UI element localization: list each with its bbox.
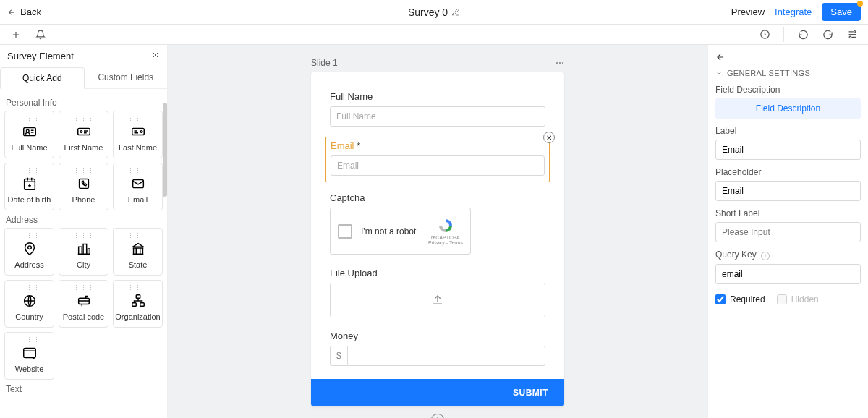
- info-icon[interactable]: i: [761, 252, 770, 260]
- slide-menu-icon[interactable]: ⋯: [556, 58, 564, 68]
- element-organization[interactable]: ⋮⋮⋮ Organization: [113, 280, 163, 328]
- element-last-name[interactable]: ⋮⋮⋮ Last Name: [113, 111, 163, 158]
- drag-handle-icon: ⋮⋮⋮: [19, 286, 41, 289]
- element-panel: Survey Element Quick Add Custom Fields P…: [0, 45, 168, 418]
- captcha-text: I'm not a robot: [361, 226, 420, 236]
- email-input[interactable]: [331, 155, 545, 176]
- bell-icon[interactable]: [35, 29, 46, 40]
- element-phone[interactable]: ⋮⋮⋮ Phone: [59, 163, 109, 210]
- slide-label: Slide 1: [311, 58, 338, 68]
- general-settings-toggle[interactable]: GENERAL SETTINGS: [715, 69, 861, 77]
- topbar-actions: Preview Integrate Save: [731, 3, 861, 21]
- upload-dropzone[interactable]: [330, 283, 545, 317]
- recaptcha-logo: reCAPTCHA Privacy - Terms: [428, 217, 463, 245]
- mail-icon: [130, 176, 146, 192]
- field-label: Full Name: [330, 91, 545, 102]
- buildings-icon: [76, 241, 92, 257]
- label-short-label: Short Label: [715, 208, 861, 218]
- field-email-selected[interactable]: ✕ Email *: [326, 137, 550, 182]
- label-placeholder: Placeholder: [715, 167, 861, 177]
- svg-rect-16: [132, 303, 136, 307]
- scrollbar[interactable]: [163, 103, 167, 197]
- drag-handle-icon: ⋮⋮⋮: [127, 234, 149, 237]
- integrate-link[interactable]: Integrate: [775, 7, 812, 17]
- svg-rect-15: [136, 295, 140, 299]
- divider: [783, 27, 784, 42]
- preview-link[interactable]: Preview: [731, 7, 765, 17]
- redo-icon[interactable]: [822, 29, 833, 40]
- browser-icon: [22, 345, 38, 361]
- required-checkbox[interactable]: Required: [715, 294, 765, 304]
- clock-icon[interactable]: [759, 29, 770, 40]
- query-key-input[interactable]: [715, 264, 861, 284]
- element-country[interactable]: ⋮⋮⋮ Country: [4, 280, 54, 328]
- drag-handle-icon: ⋮⋮⋮: [19, 169, 41, 172]
- label-label: Label: [715, 126, 861, 136]
- drag-handle-icon: ⋮⋮⋮: [19, 117, 41, 120]
- pencil-icon: [451, 8, 460, 17]
- add-slide-button[interactable]: +: [431, 414, 444, 418]
- calendar-icon: [22, 176, 38, 192]
- hidden-checkbox[interactable]: Hidden: [777, 294, 819, 304]
- landmark-icon: [130, 241, 146, 257]
- element-date-of-birth[interactable]: ⋮⋮⋮ Date of birth: [4, 163, 54, 210]
- svg-rect-18: [23, 349, 35, 358]
- tab-custom-fields[interactable]: Custom Fields: [85, 67, 168, 88]
- svg-point-6: [80, 131, 82, 133]
- settings-back-icon[interactable]: [715, 52, 861, 64]
- svg-point-12: [27, 246, 31, 249]
- field-captcha[interactable]: Captcha I'm not a robot reCAPTCHA Privac…: [330, 192, 545, 255]
- drag-handle-icon: ⋮⋮⋮: [127, 169, 149, 172]
- field-label: Captcha: [330, 192, 545, 203]
- element-address[interactable]: ⋮⋮⋮ Address: [4, 228, 54, 276]
- submit-button[interactable]: SUBMIT: [311, 379, 564, 406]
- money-input[interactable]: [347, 346, 545, 366]
- svg-rect-17: [140, 303, 144, 307]
- tab-quick-add[interactable]: Quick Add: [0, 67, 85, 89]
- back-button[interactable]: Back: [7, 7, 41, 17]
- close-panel-icon[interactable]: [151, 51, 160, 61]
- top-bar: Back Survey 0 Preview Integrate Save: [0, 0, 868, 25]
- placeholder-input[interactable]: [715, 181, 861, 201]
- element-state[interactable]: ⋮⋮⋮ State: [113, 228, 163, 276]
- chevron-down-icon: [715, 69, 723, 77]
- arrow-left-icon: [7, 8, 16, 17]
- drag-handle-icon: ⋮⋮⋮: [73, 234, 95, 237]
- undo-icon[interactable]: [797, 29, 809, 40]
- captcha-checkbox[interactable]: [338, 224, 352, 239]
- field-description-button[interactable]: Field Description: [715, 98, 861, 119]
- svg-rect-11: [132, 180, 143, 188]
- full-name-input[interactable]: [330, 106, 545, 127]
- drag-handle-icon: ⋮⋮⋮: [73, 117, 95, 120]
- field-label: Money: [330, 330, 545, 341]
- field-full-name[interactable]: Full Name: [330, 91, 545, 127]
- remove-field-icon[interactable]: ✕: [543, 132, 555, 143]
- element-email[interactable]: ⋮⋮⋮ Email: [113, 163, 163, 210]
- short-label-input[interactable]: [715, 222, 861, 242]
- survey-title: Survey 0: [408, 7, 448, 18]
- element-postal-code[interactable]: ⋮⋮⋮ Postal code: [59, 280, 109, 328]
- form-card: Full Name ✕ Email * Captcha I'm not a ro…: [311, 72, 564, 406]
- field-money[interactable]: Money $: [330, 330, 545, 366]
- panel-tabs: Quick Add Custom Fields: [0, 67, 167, 89]
- drag-handle-icon: ⋮⋮⋮: [19, 234, 41, 237]
- label-input[interactable]: [715, 140, 861, 160]
- element-city[interactable]: ⋮⋮⋮ City: [59, 228, 109, 276]
- element-full-name[interactable]: ⋮⋮⋮ Full Name: [4, 111, 54, 158]
- field-file-upload[interactable]: File Upload: [330, 268, 545, 317]
- id-badge-icon: [130, 124, 146, 140]
- element-website[interactable]: ⋮⋮⋮ Website: [4, 332, 54, 380]
- label-field-description: Field Description: [715, 85, 861, 95]
- sliders-icon[interactable]: [846, 29, 858, 40]
- add-icon[interactable]: [10, 29, 22, 40]
- drag-handle-icon: ⋮⋮⋮: [127, 117, 149, 120]
- svg-point-2: [849, 36, 851, 38]
- save-button[interactable]: Save: [822, 3, 861, 21]
- field-label: File Upload: [330, 268, 545, 278]
- element-first-name[interactable]: ⋮⋮⋮ First Name: [59, 111, 109, 158]
- back-label: Back: [20, 7, 41, 17]
- drag-handle-icon: ⋮⋮⋮: [19, 338, 41, 341]
- org-chart-icon: [130, 293, 146, 309]
- survey-title-wrap[interactable]: Survey 0: [408, 7, 460, 18]
- id-badge-icon: [76, 124, 92, 140]
